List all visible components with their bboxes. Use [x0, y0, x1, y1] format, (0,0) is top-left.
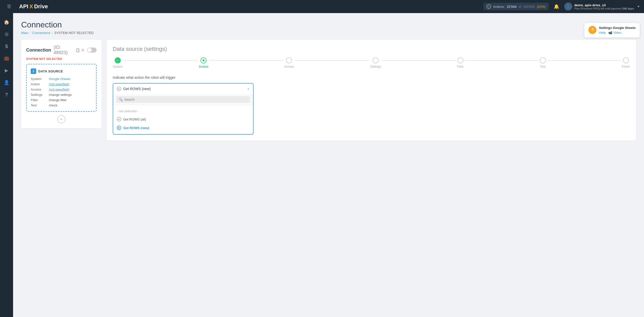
- logo-x: X: [29, 3, 33, 10]
- sidebar-item-profile[interactable]: 👤: [2, 77, 12, 88]
- step-line-2: [209, 60, 283, 61]
- connection-status: SYSTEM NOT SELECTED: [26, 57, 97, 60]
- ds-row-test: Test check: [31, 103, 92, 107]
- help-link[interactable]: Help: [599, 31, 606, 34]
- stepper: System Action Access: [113, 57, 630, 68]
- ds-label-test: Test: [31, 103, 47, 107]
- video-link[interactable]: 📹 Video: [608, 31, 622, 34]
- ds-value-access[interactable]: (not specified): [49, 88, 69, 91]
- sidebar: 🏠 ⊞ $ 💼 ▶ 👤 ?: [0, 13, 13, 317]
- ds-value-filter[interactable]: change filter: [49, 98, 67, 102]
- two-col-layout: Connection (ID: 48923) 📋 ⚙ SYSTEM NOT SE…: [21, 40, 636, 141]
- dropdown-selected[interactable]: ▶ Get ROWS (new) ∧: [113, 84, 253, 94]
- step-line-1: [124, 60, 198, 61]
- plan-info: Plan |Premium PRO| left until payment 24…: [574, 7, 634, 10]
- add-block-button[interactable]: +: [57, 115, 65, 123]
- copy-icon[interactable]: 📋: [75, 48, 80, 52]
- ds-value-action[interactable]: (not specified): [49, 82, 69, 86]
- page-header: Connection Main / Connections / SYSTEM N…: [21, 20, 636, 35]
- dropdown-not-selected: - not selected -: [113, 107, 253, 115]
- help-circle-icon: ?: [588, 26, 596, 34]
- ds-value-test[interactable]: check: [49, 103, 57, 107]
- step-line-6: [547, 60, 621, 61]
- user-menu[interactable]: 👤 demo_apix-drive_s3 Plan |Premium PRO| …: [564, 3, 640, 11]
- menu-icon[interactable]: ☰: [4, 2, 14, 12]
- sidebar-item-services[interactable]: 💼: [2, 53, 12, 63]
- step-label-access: Access: [284, 65, 294, 68]
- step-action: Action: [199, 57, 208, 68]
- datasource-rows: System Google Sheets Action (not specifi…: [31, 77, 92, 107]
- search-inner: 🔍: [116, 96, 250, 103]
- action-dropdown[interactable]: ▶ Get ROWS (new) ∧ 🔍 - not selected -: [113, 83, 254, 135]
- dropdown-option-all-label: Get ROWS (all): [123, 117, 146, 121]
- ds-row-filter: Filter change filter: [31, 98, 92, 102]
- step-test: Test: [540, 57, 546, 68]
- ds-row-system: System Google Sheets: [31, 77, 92, 81]
- breadcrumb-sep-1: /: [30, 31, 31, 35]
- ds-value-settings[interactable]: change settings: [49, 93, 72, 97]
- step-system: System: [113, 57, 123, 68]
- step-circle-action: [200, 57, 207, 63]
- datasource-number: 1: [31, 68, 36, 74]
- user-chevron-icon: ▼: [637, 5, 640, 8]
- topnav: ☰ APIXDrive i Actions: 22'044 of 100'000…: [0, 0, 644, 13]
- logo-drive: Drive: [34, 3, 48, 10]
- right-panel: Data source (settings) System Action: [107, 40, 636, 141]
- dropdown-option-all[interactable]: ▶ Get ROWS (all): [113, 115, 253, 124]
- ds-label-filter: Filter: [31, 98, 47, 102]
- left-panel: Connection (ID: 48923) 📋 ⚙ SYSTEM NOT SE…: [21, 40, 102, 128]
- dropdown-option-new-label: Get ROWS (new): [123, 126, 149, 130]
- main-content: ? Settings Google Sheets Help 📹 Video Co…: [13, 13, 644, 317]
- dropdown-option-new[interactable]: ▶ Get ROWS (new): [113, 124, 253, 132]
- breadcrumb: Main / Connections / SYSTEM NOT SELECTED: [21, 31, 636, 35]
- datasource-box: 1 DATA SOURCE System Google Sheets Actio…: [26, 64, 97, 112]
- avatar: 👤: [564, 3, 572, 11]
- connection-title: Connection: [26, 48, 51, 53]
- breadcrumb-current: SYSTEM NOT SELECTED: [54, 31, 94, 35]
- dropdown-selected-left: ▶ Get ROWS (new): [117, 87, 151, 91]
- sidebar-item-youtube[interactable]: ▶: [2, 65, 12, 75]
- step-line-3: [295, 60, 369, 61]
- step-line-4: [382, 60, 456, 61]
- dropdown-list: - not selected - ▶ Get ROWS (all) ▶ Get …: [113, 105, 253, 134]
- datasource-title: DATA SOURCE: [38, 69, 63, 73]
- help-title: Settings Google Sheets: [599, 26, 636, 30]
- logo: APIXDrive: [19, 3, 48, 10]
- step-filter: Filter: [457, 57, 464, 68]
- connection-header: Connection (ID: 48923) 📋 ⚙: [26, 45, 97, 55]
- actions-limit: 100'000: [523, 5, 535, 9]
- settings-icon[interactable]: ⚙: [81, 48, 85, 52]
- ds-label-system: System: [31, 77, 47, 81]
- action-prompt: Indicate what action the robot will trig…: [113, 75, 630, 80]
- step-circle-system: [115, 57, 121, 63]
- help-links: Help 📹 Video: [599, 31, 636, 34]
- step-circle-settings: [373, 57, 379, 63]
- play-icon-all: ▶: [117, 117, 121, 122]
- step-finish: Finish: [622, 57, 630, 68]
- search-icon: 🔍: [119, 98, 123, 101]
- bell-icon[interactable]: 🔔: [552, 3, 561, 10]
- sidebar-item-money[interactable]: $: [2, 41, 12, 51]
- step-label-finish: Finish: [622, 65, 630, 68]
- toggle-switch[interactable]: [87, 48, 97, 53]
- step-label-test: Test: [540, 65, 546, 68]
- breadcrumb-main[interactable]: Main: [21, 31, 28, 35]
- sidebar-item-dashboard[interactable]: ⊞: [2, 29, 12, 39]
- step-circle-access: [286, 57, 292, 63]
- ds-label-action: Action: [31, 82, 47, 86]
- step-circle-filter: [457, 57, 463, 63]
- ds-row-action: Action (not specified): [31, 82, 92, 86]
- step-circle-test: [540, 57, 546, 63]
- actions-counter: i Actions: 22'044 of 100'000 (22%): [484, 3, 548, 10]
- ds-value-system[interactable]: Google Sheets: [49, 77, 70, 81]
- connection-id: (ID: 48923): [54, 45, 73, 55]
- sidebar-item-help[interactable]: ?: [2, 90, 12, 100]
- search-input[interactable]: [124, 98, 248, 101]
- sidebar-item-home[interactable]: 🏠: [2, 17, 12, 27]
- logo-api: API: [19, 3, 28, 10]
- ds-row-access: Access (not specified): [31, 88, 92, 91]
- breadcrumb-connections[interactable]: Connections: [32, 31, 50, 35]
- step-label-action: Action: [199, 65, 208, 68]
- connection-icons: 📋 ⚙: [75, 48, 97, 53]
- step-line-5: [465, 60, 539, 61]
